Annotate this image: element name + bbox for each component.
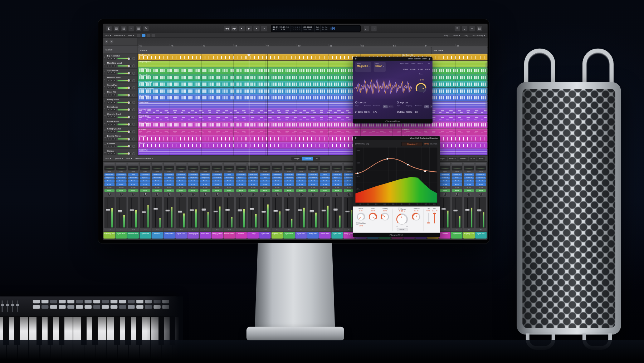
audio-region[interactable]	[138, 115, 488, 121]
output-slot[interactable]: St Out	[320, 186, 330, 188]
volume-fader[interactable]	[452, 197, 462, 228]
volume-fader[interactable]	[440, 197, 450, 228]
audio-fx-slot[interactable]: Space D	[140, 177, 151, 180]
channel-strip[interactable]: Input Channel EQ Compressor Bus 2 B Vrb …	[103, 162, 115, 231]
pan-knob[interactable]	[332, 192, 342, 197]
track-monitor-icon[interactable]	[132, 64, 135, 67]
record-enable-button[interactable]: R	[113, 131, 116, 133]
fader-cap[interactable]	[190, 209, 194, 211]
resonance-field[interactable]: Resonance 0.71	[373, 105, 382, 114]
channel-name-chip[interactable]: Synth Pad	[475, 232, 487, 239]
track-header[interactable]: 15 Conga M S R	[103, 149, 138, 156]
channel-strip[interactable]: Input Channel EQ Compressor Bus 6 B Dly …	[283, 162, 295, 231]
mute-button[interactable]: M	[107, 65, 110, 67]
volume-fader[interactable]	[176, 197, 186, 228]
track-header[interactable]: 6 Synth Pad M S R	[103, 83, 138, 90]
channel-strip[interactable]: Input Fuzz Heat Channel EQ Bus 2 B Vrb S…	[463, 162, 474, 231]
audio-region[interactable]	[138, 60, 488, 67]
eq-thumbnail[interactable]	[464, 166, 474, 170]
functions-menu[interactable]: Functions ▾	[114, 34, 125, 36]
mixer-filter-button[interactable]: VCA	[469, 157, 476, 160]
send-slot[interactable]: Bus 2	[212, 180, 223, 183]
audio-fx-slot[interactable]: Channel EQ	[440, 177, 450, 180]
channel-setting-button[interactable]	[152, 163, 162, 166]
output-slot[interactable]: St Out	[440, 186, 450, 188]
sync-icon[interactable]: ♪	[356, 222, 358, 224]
output-slot[interactable]: St Out	[464, 186, 474, 188]
track-lane[interactable]: Super Saw Pad Super Saw Pad	[138, 81, 488, 87]
channel-name-chip[interactable]: Synth Lead	[295, 232, 307, 239]
send-slot[interactable]: Bus 6	[164, 183, 175, 186]
volume-fader[interactable]	[308, 197, 318, 228]
fader-cap[interactable]	[286, 209, 289, 211]
record-enable-button[interactable]: R	[113, 72, 116, 74]
pan-knob[interactable]	[188, 192, 199, 197]
track-volume-slider[interactable]	[117, 102, 131, 103]
input-slot[interactable]: Input	[440, 171, 450, 173]
toolbar-left-icon[interactable]: ?	[128, 26, 134, 31]
audio-region[interactable]	[138, 108, 488, 114]
record-enable-button[interactable]: R	[113, 116, 116, 118]
track-lane[interactable]: Massive Bass Massive Bass	[138, 74, 488, 80]
automation-mode-button[interactable]: Read	[212, 189, 223, 192]
send-slot[interactable]: Bus 6	[284, 180, 294, 183]
audio-fx-slot[interactable]: Compressor	[152, 173, 162, 176]
input-slot[interactable]: Input	[224, 171, 234, 173]
fader-cap[interactable]	[178, 211, 182, 212]
record-enable-button[interactable]: R	[113, 152, 116, 155]
eq-thumbnail[interactable]	[440, 166, 450, 170]
channel-strip[interactable]: Input Channel EQ Compressor Bus 6 B Dly …	[475, 162, 487, 231]
lcd-display[interactable]: 01:01:27:23.10 47 3 1 1.04 71 3 4 1 73 3…	[271, 25, 361, 32]
eq-thumbnail[interactable]	[248, 166, 258, 170]
track-lane[interactable]: Synth Hook Synth Hook	[138, 67, 488, 74]
input-slot[interactable]: Input	[296, 171, 306, 173]
channel-setting-button[interactable]	[332, 163, 342, 166]
audio-fx-slot[interactable]: Amp	[452, 177, 462, 180]
track-monitor-icon[interactable]	[132, 138, 135, 141]
pan-knob[interactable]	[176, 192, 186, 197]
transport-button[interactable]: ⟳	[261, 26, 267, 31]
channel-name-chip[interactable]: Morphing Lead	[271, 232, 283, 239]
transport-button[interactable]: ◀◀	[224, 26, 230, 31]
track-monitor-icon[interactable]	[132, 101, 135, 104]
fader-cap[interactable]	[250, 209, 254, 210]
send-slot[interactable]: B Vrb	[296, 183, 306, 186]
solo-button[interactable]: S	[110, 116, 113, 118]
mute-button[interactable]: M	[107, 87, 110, 89]
audio-fx-slot[interactable]: Compressor	[200, 177, 210, 180]
channel-setting-button[interactable]	[260, 163, 270, 166]
track-lane[interactable]: String Quartet String Quartet	[138, 122, 488, 128]
automation-mode-button[interactable]: Read	[476, 189, 486, 192]
mixer-filter-button[interactable]: Master	[458, 157, 468, 160]
send-slot[interactable]: Bus 2	[200, 180, 210, 183]
audio-fx-slot[interactable]: Channel EQ	[224, 177, 234, 180]
room-type-selector[interactable]: Chamber ▾	[401, 142, 423, 146]
mute-button[interactable]: M	[107, 101, 110, 104]
input-slot[interactable]: Input	[452, 171, 462, 173]
channel-setting-button[interactable]	[128, 163, 138, 166]
channel-setting-button[interactable]	[212, 163, 223, 166]
eq-thumbnail[interactable]	[308, 166, 318, 170]
audio-fx-slot[interactable]: Amp	[260, 177, 270, 180]
pan-knob[interactable]	[296, 192, 306, 197]
audio-fx-slot[interactable]: Channel EQ	[296, 173, 306, 176]
input-slot[interactable]: Input	[152, 171, 162, 173]
track-lane[interactable]: Punch Bass Punch Bass	[138, 115, 488, 121]
fader-cap[interactable]	[262, 211, 265, 213]
solo-button[interactable]: S	[110, 145, 113, 148]
audio-region[interactable]	[138, 128, 488, 135]
track-name[interactable]: String Quartet	[107, 127, 137, 130]
volume-fader[interactable]	[476, 197, 486, 228]
track-name[interactable]: Electric Piano	[107, 135, 137, 137]
mixer-edit-menu[interactable]: Edit ▾	[106, 157, 111, 160]
pan-knob[interactable]	[152, 192, 162, 197]
send-slot[interactable]: Bus 2	[308, 180, 318, 183]
output-slot[interactable]: St Out	[332, 186, 342, 188]
mute-button[interactable]: M	[107, 131, 110, 133]
track-name[interactable]: Big Room Kit	[107, 54, 137, 57]
audio-fx-slot[interactable]: Channel EQ	[140, 173, 151, 176]
record-enable-button[interactable]: R	[113, 65, 116, 67]
pan-knob[interactable]	[284, 192, 294, 197]
channel-setting-button[interactable]	[116, 163, 127, 166]
input-slot[interactable]: Input	[248, 171, 258, 173]
